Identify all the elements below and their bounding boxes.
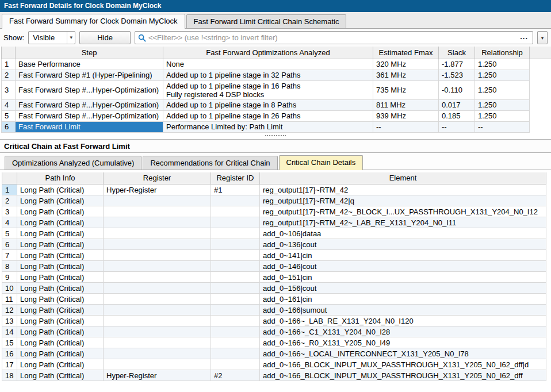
details-table-row[interactable]: 9 Long Path (Critical) add_0~151|cin [2, 272, 546, 283]
element-cell[interactable]: add_0~166|sumout [260, 305, 546, 316]
column-header-element[interactable]: Element [260, 172, 546, 185]
path-info-cell[interactable]: Long Path (Critical) [17, 337, 104, 348]
column-header-path-info[interactable]: Path Info [17, 172, 104, 185]
register-id-cell[interactable] [211, 239, 260, 250]
register-id-cell[interactable] [211, 359, 260, 370]
register-cell[interactable] [104, 305, 211, 316]
slack-cell[interactable]: 0.185 [439, 110, 475, 121]
register-cell[interactable] [104, 239, 211, 250]
horizontal-splitter[interactable] [0, 133, 551, 139]
path-info-cell[interactable]: Long Path (Critical) [17, 359, 104, 370]
path-info-cell[interactable]: Long Path (Critical) [17, 261, 104, 272]
relationship-cell[interactable]: -- [475, 121, 530, 132]
row-number-cell[interactable]: 2 [2, 195, 17, 206]
register-id-cell[interactable] [211, 228, 260, 239]
row-number-cell[interactable]: 9 [2, 272, 17, 283]
row-number-cell[interactable]: 6 [2, 239, 17, 250]
element-cell[interactable]: add_0~136|cout [260, 239, 546, 250]
optimizations-cell[interactable]: Added up to 1 pipeline stage in 16 Paths… [163, 80, 373, 99]
details-table-row[interactable]: 11 Long Path (Critical) add_0~161|cin [2, 294, 546, 305]
path-info-cell[interactable]: Long Path (Critical) [17, 185, 104, 195]
tab-fast-forward-summary[interactable]: Fast Forward Summary for Clock Domain My… [2, 14, 185, 29]
row-number-cell[interactable]: 7 [2, 250, 17, 261]
tab-critical-chain-schematic[interactable]: Fast Forward Limit Critical Chain Schema… [186, 14, 347, 28]
path-info-cell[interactable]: Long Path (Critical) [17, 283, 104, 294]
register-id-cell[interactable] [211, 261, 260, 272]
step-cell[interactable]: Fast Forward Step #...Hyper-Optimization… [16, 80, 163, 99]
details-table-row[interactable]: 13 Long Path (Critical) add_0~166~_LAB_R… [2, 316, 546, 326]
row-number-cell[interactable]: 14 [2, 326, 17, 337]
row-number-cell[interactable]: 6 [2, 121, 16, 132]
optimizations-cell[interactable]: Performance Limited by: Path Limit [163, 121, 373, 132]
details-table-row[interactable]: 7 Long Path (Critical) add_0~141|cin [2, 250, 546, 261]
summary-table-row[interactable]: 6 Fast Forward Limit Performance Limited… [2, 121, 551, 132]
path-info-cell[interactable]: Long Path (Critical) [17, 217, 104, 228]
estimated-fmax-cell[interactable]: 811 MHz [373, 99, 439, 110]
register-id-cell[interactable]: #2 [211, 370, 260, 381]
element-cell[interactable]: add_0~151|cin [260, 272, 546, 283]
path-info-cell[interactable]: Long Path (Critical) [17, 250, 104, 261]
slack-cell[interactable]: -- [439, 121, 475, 132]
column-header-register[interactable]: Register [104, 172, 211, 185]
element-cell[interactable]: add_0~156|cout [260, 283, 546, 294]
element-cell[interactable]: add_0~141|cin [260, 250, 546, 261]
slack-cell[interactable]: -0.110 [439, 80, 475, 99]
hide-button[interactable]: Hide [79, 31, 131, 44]
path-info-cell[interactable]: Long Path (Critical) [17, 239, 104, 250]
row-number-cell[interactable]: 4 [2, 217, 17, 228]
column-header-relationship[interactable]: Relationship [475, 47, 530, 59]
row-number-cell[interactable]: 5 [2, 228, 17, 239]
slack-cell[interactable]: -1.877 [439, 59, 475, 70]
details-table-row[interactable]: 1 Long Path (Critical) Hyper-Register #1… [2, 185, 546, 195]
show-visibility-select[interactable]: Visible ▾ [28, 31, 75, 44]
element-cell[interactable]: reg_output1[17]~RTM_42 [260, 185, 546, 195]
summary-table-row[interactable]: 1 Base Performance None 320 MHz -1.877 1… [2, 59, 551, 70]
register-cell[interactable] [104, 316, 211, 326]
register-cell[interactable] [104, 348, 211, 359]
row-number-cell[interactable]: 1 [2, 59, 16, 70]
element-cell[interactable]: add_0~166_BLOCK_INPUT_MUX_PASSTHROUGH_X1… [260, 370, 546, 381]
tab-recommendations[interactable]: Recommendations for Critical Chain [143, 156, 277, 170]
register-id-cell[interactable] [211, 206, 260, 217]
filter-more-button[interactable]: ... [518, 32, 530, 43]
details-table-row[interactable]: 12 Long Path (Critical) add_0~166|sumout [2, 305, 546, 316]
element-cell[interactable]: reg_output1[17]~RTM_42~_LAB_RE_X131_Y204… [260, 217, 546, 228]
register-id-cell[interactable]: #1 [211, 185, 260, 195]
row-number-cell[interactable]: 17 [2, 359, 17, 370]
tab-optimizations-analyzed[interactable]: Optimizations Analyzed (Cumulative) [5, 156, 141, 170]
summary-table-row[interactable]: 5 Fast Forward Step #...Hyper-Optimizati… [2, 110, 551, 121]
relationship-cell[interactable]: 1.250 [475, 99, 530, 110]
path-info-cell[interactable]: Long Path (Critical) [17, 326, 104, 337]
estimated-fmax-cell[interactable]: 320 MHz [373, 59, 439, 70]
register-cell[interactable] [104, 283, 211, 294]
register-id-cell[interactable] [211, 217, 260, 228]
element-cell[interactable]: reg_output1[17]~RTM_42~_BLOCK_I...UX_PAS… [260, 206, 546, 217]
details-table-row[interactable]: 2 Long Path (Critical) reg_output1[17]~R… [2, 195, 546, 206]
register-cell[interactable] [104, 261, 211, 272]
row-number-cell[interactable]: 1 [2, 185, 17, 195]
details-table-row[interactable]: 8 Long Path (Critical) add_0~146|cout [2, 261, 546, 272]
row-number-cell[interactable]: 13 [2, 316, 17, 326]
row-number-cell[interactable]: 4 [2, 99, 16, 110]
element-cell[interactable]: add_0~146|cout [260, 261, 546, 272]
filter-input[interactable] [148, 33, 515, 42]
summary-table-row[interactable]: 3 Fast Forward Step #...Hyper-Optimizati… [2, 80, 551, 99]
path-info-cell[interactable]: Long Path (Critical) [17, 305, 104, 316]
register-id-cell[interactable] [211, 348, 260, 359]
path-info-cell[interactable]: Long Path (Critical) [17, 272, 104, 283]
row-number-cell[interactable]: 12 [2, 305, 17, 316]
slack-cell[interactable]: -1.523 [439, 70, 475, 80]
path-info-cell[interactable]: Long Path (Critical) [17, 294, 104, 305]
column-header-estimated-fmax[interactable]: Estimated Fmax [373, 47, 439, 59]
filter-dropdown-button[interactable]: ▾ [537, 31, 548, 44]
element-cell[interactable]: add_0~166~_LOCAL_INTERCONNECT_X131_Y205_… [260, 348, 546, 359]
register-id-cell[interactable] [211, 250, 260, 261]
details-table-row[interactable]: 4 Long Path (Critical) reg_output1[17]~R… [2, 217, 546, 228]
element-cell[interactable]: add_0~166_BLOCK_INPUT_MUX_PASSTHROUGH_X1… [260, 359, 546, 370]
register-id-cell[interactable] [211, 316, 260, 326]
optimizations-cell[interactable]: Added up to 1 pipeline stage in 26 Paths [163, 110, 373, 121]
row-number-cell[interactable]: 8 [2, 261, 17, 272]
path-info-cell[interactable]: Long Path (Critical) [17, 206, 104, 217]
details-table-row[interactable]: 18 Long Path (Critical) Hyper-Register #… [2, 370, 546, 381]
estimated-fmax-cell[interactable]: 735 MHz [373, 80, 439, 99]
